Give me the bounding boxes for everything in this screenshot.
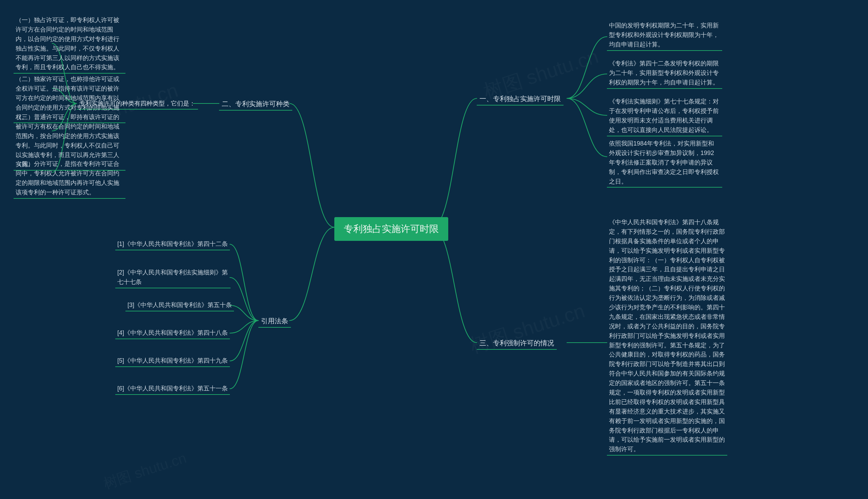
leaf-cite-5: [5]《中华人民共和国专利法》第四十九条 [115,355,230,367]
leaf-term-4: 依照我国1984年专利法，对实用新型和外观设计实行初步审查加异议制，1992年专… [607,138,722,187]
leaf-type-exclusive: （一）独占许可证，即专利权人许可被许可方在合同约定的时间和地域范围内，以合同约定… [14,15,125,74]
watermark: 树图 shutu.cn [101,449,189,493]
leaf-term-3: 《专利法实施细则》第七十七条规定：对于在发明专利申请公布后，专利权授予前使用发明… [607,96,722,136]
leaf-cite-6: [6]《中华人民共和国专利法》第五十一条 [115,383,230,395]
leaf-cite-1: [1]《中华人民共和国专利法》第四十二条 [115,239,230,250]
leaf-cite-4: [4]《中华人民共和国专利法》第四十八条 [115,328,230,339]
branch-exclusive-term[interactable]: 一、专利独占实施许可时限 [477,93,563,106]
branch-license-types[interactable]: 二、专利实施许可种类 [219,98,292,111]
leaf-term-2: 《专利法》第四十二条发明专利权的期限为二十年，实用新型专利权和外观设计专利权的期… [607,58,722,89]
branch-compulsory[interactable]: 三、专利强制许可的情况 [477,337,557,350]
watermark: 树图 shutu.cn [467,298,588,360]
branch-citations[interactable]: 引用法条 [258,315,291,328]
leaf-cite-3: [3]《中华人民共和国专利法》第五十条 [125,300,234,312]
leaf-compulsory: 《中华人民共和国专利法》第四十八条规定，有下列情形之一的，国务院专利行政部门根据… [607,217,727,455]
leaf-cite-2: [2]《中华人民共和国专利法实施细则》第七十七条 [115,267,231,288]
leaf-term-1: 中国的发明专利权期限为二十年，实用新型专利权和外观设计专利权期限为十年，均自申请… [607,20,722,51]
center-node[interactable]: 专利独占实施许可时限 [334,217,448,241]
leaf-type-sublicense: （四）分许可证，是指在专利许可证合同中，专利权人允许被许可方在合同约定的期限和地… [14,159,125,199]
